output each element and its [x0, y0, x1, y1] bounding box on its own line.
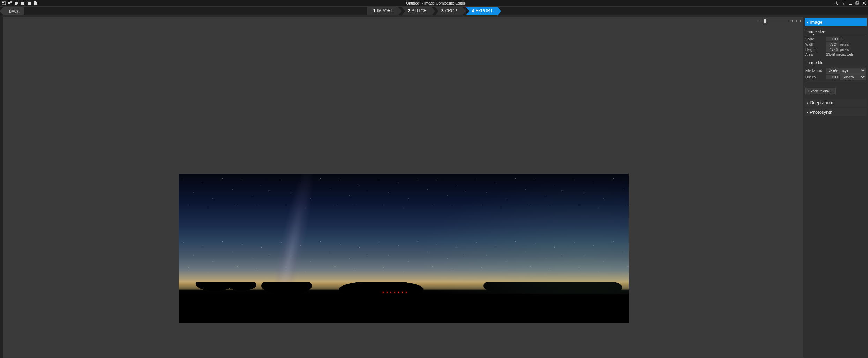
minimize-icon[interactable]: [848, 1, 853, 6]
step-label: IMPORT: [377, 8, 393, 13]
input-quality[interactable]: [826, 75, 839, 79]
svg-text:?: ?: [842, 1, 844, 5]
label-area: Area: [805, 53, 825, 56]
zoom-out-button[interactable]: −: [757, 18, 762, 23]
open-icon[interactable]: [20, 1, 25, 6]
workflow-step-bar: BACK 1 IMPORT 2 STITCH 3 CROP 4 EXPORT: [0, 6, 868, 15]
input-scale[interactable]: [826, 37, 839, 41]
row-quality: Quality Superb: [805, 74, 866, 81]
workflow-steps: 1 IMPORT 2 STITCH 3 CROP 4 EXPORT: [367, 7, 501, 15]
step-number: 2: [408, 8, 410, 13]
panel-body-image: Image size Scale % Width pixels Height p…: [805, 28, 867, 97]
unit-scale: %: [840, 37, 843, 41]
input-height[interactable]: [826, 47, 839, 52]
unit-height: pixels: [840, 48, 849, 52]
save-as-icon[interactable]: [33, 1, 38, 6]
group-title-image-file: Image file: [805, 60, 866, 66]
step-number: 3: [441, 8, 444, 13]
maximize-icon[interactable]: [855, 1, 860, 6]
panel-title: Deep Zoom: [810, 100, 833, 105]
zoom-slider[interactable]: [763, 21, 788, 21]
chevron-down-icon: ▾: [807, 21, 808, 24]
svg-line-12: [835, 4, 835, 5]
svg-rect-16: [856, 2, 858, 4]
group-title-image-size: Image size: [805, 30, 866, 35]
label-width: Width: [805, 43, 825, 46]
select-file-format[interactable]: JPEG Image: [826, 68, 866, 74]
panel-header-deepzoom[interactable]: ▸ Deep Zoom: [805, 99, 867, 107]
value-area: 13,49 megapixels: [826, 53, 853, 56]
svg-rect-17: [856, 1, 859, 3]
panel-title: Photosynth: [810, 109, 832, 115]
export-button-label: Export to disk...: [808, 89, 832, 93]
svg-rect-4: [28, 1, 30, 2]
unit-width: pixels: [840, 43, 849, 46]
zoom-in-button[interactable]: +: [790, 18, 795, 23]
label-scale: Scale: [805, 37, 825, 41]
new-panorama-icon[interactable]: [1, 1, 6, 6]
chevron-right-icon: ▸: [807, 111, 808, 114]
export-side-panel: ▾ Image Image size Scale % Width pixels …: [803, 17, 868, 358]
row-file-format: File format JPEG Image: [805, 67, 866, 74]
step-crop[interactable]: 3 CROP: [435, 7, 462, 15]
row-width: Width pixels: [805, 42, 866, 47]
step-import[interactable]: 1 IMPORT: [367, 7, 398, 15]
panel-title: Image: [810, 20, 822, 25]
step-label: EXPORT: [476, 8, 493, 13]
row-height: Height pixels: [805, 47, 866, 52]
back-button-label: BACK: [9, 9, 20, 13]
chevron-right-icon: ▸: [807, 101, 808, 105]
svg-point-5: [836, 2, 837, 4]
label-height: Height: [805, 48, 825, 52]
svg-line-13: [837, 2, 838, 2]
panorama-preview: [179, 174, 629, 323]
export-to-disk-button[interactable]: Export to disk...: [805, 88, 836, 94]
new-from-video-icon[interactable]: [14, 1, 19, 6]
step-label: STITCH: [412, 8, 427, 13]
window-title: Untitled* - Image Composite Editor: [38, 1, 834, 5]
help-icon[interactable]: ?: [841, 1, 846, 6]
svg-line-11: [837, 4, 838, 5]
zoom-controls: − +: [757, 18, 801, 23]
row-area: Area 13,49 megapixels: [805, 52, 866, 57]
step-label: CROP: [445, 8, 457, 13]
svg-rect-3: [15, 2, 17, 5]
gear-icon[interactable]: [834, 1, 839, 6]
title-bar: Untitled* - Image Composite Editor ?: [0, 0, 868, 6]
panel-header-image[interactable]: ▾ Image: [805, 18, 867, 26]
new-from-images-icon[interactable]: [8, 1, 13, 6]
preview-canvas[interactable]: − +: [2, 17, 803, 358]
close-icon[interactable]: [862, 1, 867, 6]
step-stitch[interactable]: 2 STITCH: [402, 7, 432, 15]
svg-rect-2: [10, 1, 12, 3]
step-export[interactable]: 4 EXPORT: [465, 7, 497, 15]
fit-view-button[interactable]: [796, 18, 801, 23]
zoom-slider-thumb[interactable]: [764, 19, 766, 23]
select-quality-preset[interactable]: Superb: [840, 74, 866, 80]
svg-line-10: [835, 2, 835, 2]
row-scale: Scale %: [805, 37, 866, 42]
save-icon[interactable]: [27, 1, 31, 6]
back-button[interactable]: BACK: [3, 7, 24, 15]
label-file-format: File format: [805, 69, 825, 73]
divider: [805, 83, 866, 83]
step-number: 4: [472, 8, 474, 13]
left-gutter: [0, 15, 2, 358]
input-width[interactable]: [826, 42, 839, 47]
step-number: 1: [373, 8, 376, 13]
panel-header-photosynth[interactable]: ▸ Photosynth: [805, 108, 867, 116]
label-quality: Quality: [805, 75, 825, 79]
